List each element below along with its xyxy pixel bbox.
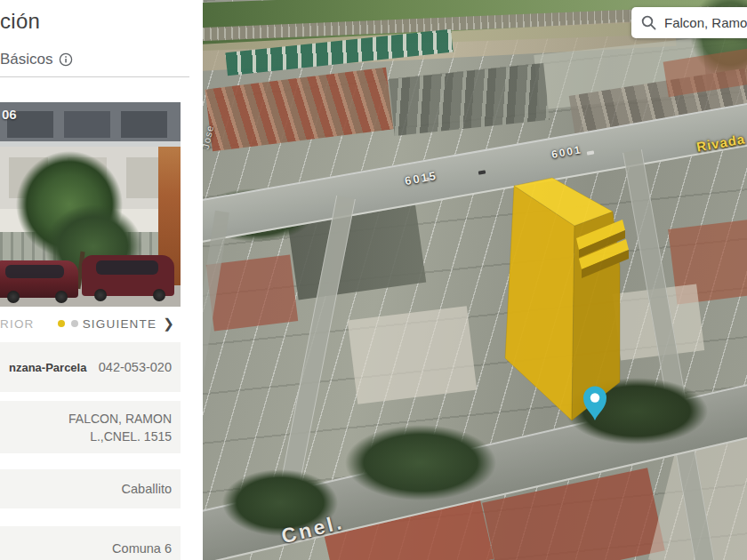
pager-previous-button[interactable]: RIOR: [0, 317, 35, 331]
search-input[interactable]: [656, 15, 747, 30]
row-value: 042-053-020: [99, 360, 172, 374]
photo-car-wheel: [55, 291, 68, 303]
map-tree-cluster: [345, 425, 496, 500]
pin-body: [583, 387, 606, 421]
property-photo: 06: [0, 102, 181, 307]
parcel-3d-volume[interactable]: [496, 169, 631, 428]
row-value-line: L.,CNEL. 1515: [90, 428, 172, 445]
photo-car-wheel: [153, 289, 165, 301]
map-search-box: [631, 7, 747, 38]
tab-basicos-label: Básicos: [0, 51, 53, 68]
photo-car-wheel: [7, 291, 20, 303]
pager-dots: [58, 320, 78, 327]
photo-window: [64, 111, 110, 138]
row-manzana-parcela: nzana-Parcela 042-053-020: [0, 342, 181, 392]
info-icon[interactable]: [59, 52, 73, 67]
row-label: nzana-Parcela: [9, 361, 86, 374]
panel-title: ción: [0, 9, 40, 34]
sidebar-panel: ción Básicos: [0, 0, 203, 560]
photo-timestamp-fragment: 06: [2, 107, 17, 122]
search-icon: [641, 15, 656, 30]
location-pin[interactable]: [581, 384, 609, 421]
pager-next-label: SIGUIENTE: [83, 317, 157, 331]
pin-center-dot: [590, 393, 599, 402]
app-window: { "sidebar": { "title": "ción", "tab_lab…: [0, 0, 747, 560]
map-red-roof-block: [205, 68, 393, 151]
tab-basicos[interactable]: Básicos: [0, 51, 73, 68]
chevron-right-icon: ❯: [163, 316, 175, 332]
pager-dot-inactive[interactable]: [71, 320, 78, 327]
map-3d-view[interactable]: 6015 6001 Cnel. Rivada Jose: [203, 0, 747, 560]
row-comuna: Comuna 6: [0, 526, 181, 560]
row-value-line: FALCON, RAMON: [68, 410, 172, 428]
photo-car-window: [96, 260, 158, 275]
row-direccion: FALCON, RAMON L.,CNEL. 1515: [0, 401, 181, 453]
building-front-face: [505, 186, 574, 420]
map-gray-block: [389, 63, 550, 136]
map-white-roofs: [348, 306, 478, 404]
photo-pager: RIOR SIGUIENTE ❯: [0, 308, 175, 339]
row-barrio: Caballito: [0, 469, 181, 508]
pager-dot-active[interactable]: [58, 320, 65, 327]
row-value: Caballito: [122, 482, 172, 496]
pager-next-button[interactable]: SIGUIENTE ❯: [83, 316, 175, 332]
row-value: Comuna 6: [112, 541, 172, 556]
photo-car-window: [5, 265, 64, 278]
section-divider: [0, 76, 189, 77]
photo-car-wheel: [94, 289, 107, 301]
photo-window: [121, 111, 167, 138]
